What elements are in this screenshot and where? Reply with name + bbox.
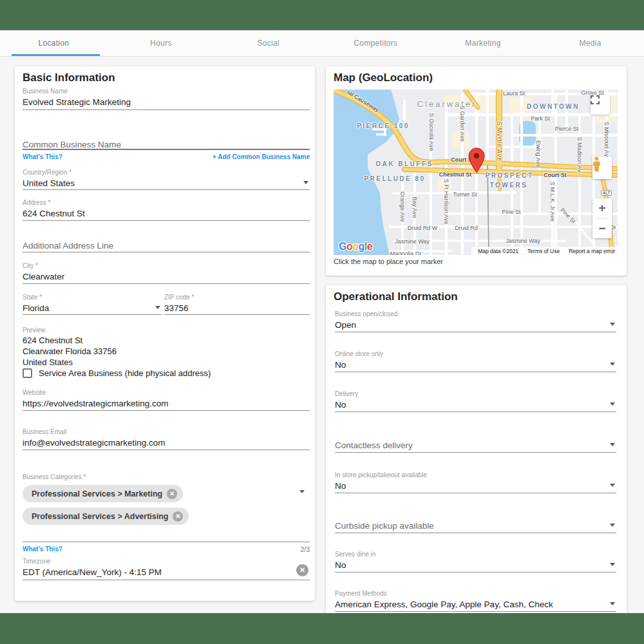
field-value[interactable]: No <box>335 360 346 370</box>
map-label-prospect: PROSPECT <box>485 172 533 179</box>
map-canvas[interactable]: ClearwaterDOWNTOWNPIERCE 100OAK BLUFFSPR… <box>334 90 618 255</box>
remove-chip-icon[interactable]: ✕ <box>173 511 183 522</box>
map-label-s-myrtle-ave: S Myrtle Ave <box>496 121 504 161</box>
map-label-chestnut-st: Chestnut St <box>439 171 472 178</box>
tab-label: Social <box>257 39 279 48</box>
website-field[interactable]: Website https://evolvedstrategicmarketin… <box>23 389 310 411</box>
field-value[interactable]: No <box>335 400 346 410</box>
tab-competitors[interactable]: Competitors <box>322 30 430 56</box>
operational-field-contactless-delivery[interactable]: Contactless delivery <box>335 431 616 453</box>
map-label-court-st: Court St <box>544 172 567 178</box>
common-business-name-placeholder[interactable]: Common Business Name <box>23 140 121 149</box>
tab-media[interactable]: Media <box>536 30 644 56</box>
state-field[interactable]: State * Florida <box>23 294 162 315</box>
business-name-field[interactable]: Business Name Evolved Strategic Marketin… <box>23 88 310 110</box>
google-logo-letter: o <box>352 241 358 252</box>
map-label-jasmine-way: Jasmine Way <box>506 238 540 244</box>
address-field[interactable]: Address * 624 Chestnut St <box>23 199 310 221</box>
chevron-down-icon[interactable] <box>610 443 615 446</box>
chevron-down-icon[interactable] <box>610 323 615 326</box>
city-value[interactable]: Clearwater <box>23 272 64 281</box>
whats-this-link[interactable]: What's This? <box>23 153 62 160</box>
operational-field-online-store-only[interactable]: Online store onlyNo <box>335 350 616 372</box>
fullscreen-button[interactable] <box>591 95 610 115</box>
chevron-down-icon[interactable] <box>610 563 615 566</box>
field-value[interactable]: Contactless delivery <box>335 440 413 450</box>
operational-field-delivery[interactable]: DeliveryNo <box>335 390 616 412</box>
state-value[interactable]: Florida <box>23 303 49 313</box>
tab-location[interactable]: Location <box>0 30 108 56</box>
address-preview: Preview 624 Chestnut St Clearwater Flori… <box>23 327 310 368</box>
report-map-error-link[interactable]: Report a map error <box>569 248 615 254</box>
timezone-label: Timezone <box>23 558 310 566</box>
operational-field-serves-dine-in[interactable]: Serves dine inNo <box>335 551 616 573</box>
field-value[interactable]: No <box>335 481 346 491</box>
google-logo-letter: o <box>346 241 352 252</box>
chevron-down-icon[interactable] <box>610 402 615 406</box>
active-tab-indicator <box>12 54 100 56</box>
map-label-pierce-st: Pierce St <box>555 126 579 132</box>
field-value[interactable]: No <box>335 560 346 570</box>
additional-address-field[interactable]: Additional Address Line <box>23 240 310 252</box>
field-label: Payment Methods <box>335 590 616 598</box>
remove-chip-icon[interactable]: ✕ <box>167 489 177 499</box>
timezone-value[interactable]: EDT (America/New_York) - 4:15 PM <box>23 567 162 577</box>
chevron-down-icon[interactable] <box>610 363 615 366</box>
map-label-s-missouri-av: S Missouri Av <box>603 122 610 156</box>
zip-field[interactable]: ZIP code * 33756 <box>164 294 310 315</box>
zoom-out-button[interactable]: − <box>592 219 612 239</box>
address-value[interactable]: 624 Chestnut St <box>23 209 85 218</box>
operational-field-in-store-pickup-takeout-available[interactable]: In store pickup/takeout availableNo <box>335 471 616 493</box>
pegman-button[interactable] <box>592 156 612 179</box>
whats-this-link[interactable]: What's This? <box>23 545 62 553</box>
tab-bar: LocationHoursSocialCompetitorsMarketingM… <box>0 30 644 57</box>
field-label: Online store only <box>335 350 616 359</box>
tab-label: Location <box>38 39 69 48</box>
business-email-value[interactable]: info@evolvedstrategicmarketing.com <box>23 438 166 448</box>
tab-hours[interactable]: Hours <box>108 30 215 56</box>
additional-address-placeholder[interactable]: Additional Address Line <box>23 241 113 251</box>
map-label-pierce-100: PIERCE 100 <box>357 122 410 129</box>
tab-label: Competitors <box>354 39 397 48</box>
field-value[interactable]: Curbside pickup available <box>335 521 434 531</box>
clear-icon[interactable]: ✕ <box>296 564 308 576</box>
country-field[interactable]: Country/Region * United States <box>23 169 310 190</box>
chevron-down-icon[interactable] <box>299 490 305 493</box>
google-logo[interactable]: Google <box>339 241 372 252</box>
zip-value[interactable]: 33756 <box>164 303 189 313</box>
operational-information-title: Operational Information <box>334 290 458 303</box>
operational-field-business-open-closed[interactable]: Business open/closedOpen <box>335 310 616 332</box>
operational-field-payment-methods[interactable]: Payment MethodsAmerican Express, Google … <box>335 590 616 612</box>
tab-marketing[interactable]: Marketing <box>430 30 537 56</box>
operational-field-curbside-pickup-available[interactable]: Curbside pickup available <box>335 511 616 533</box>
country-value[interactable]: United States <box>23 178 75 188</box>
add-common-business-name-link[interactable]: + Add Common Business Name <box>213 153 310 160</box>
field-value[interactable]: American Express, Google Pay, Apple Pay,… <box>335 600 553 609</box>
tab-label: Hours <box>150 39 172 48</box>
category-chip-label: Professional Services > Marketing <box>32 489 162 498</box>
tab-social[interactable]: Social <box>214 30 322 56</box>
timezone-field[interactable]: Timezone EDT (America/New_York) - 4:15 P… <box>23 558 310 580</box>
category-chip-label: Professional Services > Advertising <box>32 512 168 521</box>
tab-label: Marketing <box>465 39 500 48</box>
city-field[interactable]: City * Clearwater <box>23 262 310 284</box>
category-chip[interactable]: Professional Services > Marketing ✕ <box>23 485 183 502</box>
zoom-control[interactable]: + − <box>592 198 612 238</box>
business-name-value[interactable]: Evolved Strategic Marketing <box>23 97 131 107</box>
chevron-down-icon[interactable] <box>155 306 160 309</box>
field-value[interactable]: Open <box>335 320 356 330</box>
terms-of-use-link[interactable]: Terms of Use <box>527 248 560 254</box>
chevron-down-icon[interactable] <box>610 484 615 487</box>
basic-information-title: Basic Information <box>23 71 115 84</box>
service-area-checkbox[interactable] <box>23 368 32 378</box>
chevron-down-icon[interactable] <box>303 181 308 184</box>
country-label: Country/Region * <box>23 169 310 177</box>
chevron-down-icon[interactable] <box>610 602 615 605</box>
category-chip[interactable]: Professional Services > Advertising ✕ <box>23 507 189 525</box>
map-label-laura-st: Laura St <box>503 90 525 97</box>
common-business-name-field[interactable]: Common Business Name <box>23 138 310 150</box>
zoom-in-button[interactable]: + <box>592 198 612 218</box>
chevron-down-icon[interactable] <box>610 524 615 527</box>
business-email-field[interactable]: Business Email info@evolvedstrategicmark… <box>23 428 310 450</box>
website-value[interactable]: https://evolvedstrategicmarketing.com <box>23 399 169 408</box>
